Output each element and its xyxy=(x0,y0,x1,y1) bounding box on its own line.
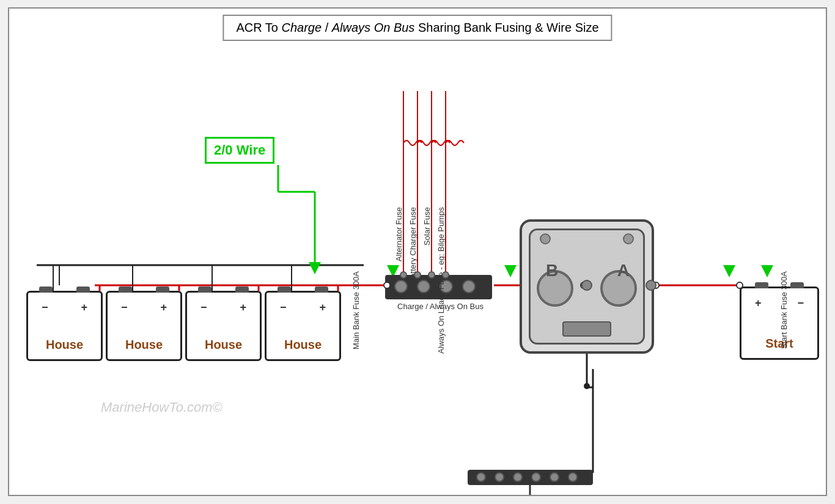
acr-combiner: B A xyxy=(520,219,654,354)
solar-fuse-label: Solar Fuse xyxy=(422,207,432,246)
negative-terminal xyxy=(119,287,132,293)
start-bank-fuse-label: Start Bank Fuse 300A xyxy=(779,271,789,349)
acr-label-b: B xyxy=(546,261,558,280)
svg-point-49 xyxy=(568,473,577,481)
alternator-fuse-label: Alternator Fuse xyxy=(394,207,403,261)
positive-terminal xyxy=(755,282,768,288)
wire-size-label: 2/0 Wire xyxy=(205,137,274,164)
negative-terminal xyxy=(198,287,212,293)
watermark: MarineHowTo.com© xyxy=(101,400,223,415)
battery-label-4: House xyxy=(267,338,339,352)
main-bank-fuse-label: Main Bank Fuse 300A xyxy=(351,271,361,349)
positive-terminal xyxy=(315,287,328,293)
bus-stud-1 xyxy=(394,280,408,293)
svg-point-45 xyxy=(495,473,504,481)
wiring-diagram xyxy=(9,9,826,495)
positive-terminal xyxy=(156,287,169,293)
svg-marker-19 xyxy=(504,265,517,277)
battery-label-2: House xyxy=(108,338,180,352)
svg-point-44 xyxy=(477,473,485,481)
negative-terminal xyxy=(278,287,291,293)
connector-dots xyxy=(9,9,826,495)
battery-charger-fuse-label: Battery Charger Fuse xyxy=(408,207,418,283)
house-battery-3: − + House xyxy=(185,291,262,361)
svg-rect-31 xyxy=(468,470,593,485)
positive-terminal xyxy=(76,287,90,293)
house-battery-2: − + House xyxy=(106,291,182,361)
svg-marker-21 xyxy=(761,265,773,277)
battery-label-3: House xyxy=(187,338,260,352)
bus-stud-2 xyxy=(417,280,430,293)
svg-point-28 xyxy=(584,383,590,389)
diagram-title: ACR To Charge / Always On Bus Sharing Ba… xyxy=(223,15,612,41)
negative-terminal xyxy=(790,282,804,288)
svg-point-46 xyxy=(513,473,522,481)
acr-inner: B A xyxy=(529,228,645,345)
svg-marker-17 xyxy=(309,262,321,274)
acr-knob-tr xyxy=(623,233,634,244)
house-battery-1: − + House xyxy=(26,291,103,361)
main-diagram: ACR To Charge / Always On Bus Sharing Ba… xyxy=(8,7,827,496)
battery-label-1: House xyxy=(28,338,101,352)
svg-point-47 xyxy=(532,473,540,481)
always-on-fuse-label: Always On Loads Fuse - eg: Bilge Pumps xyxy=(436,207,446,354)
bus-stud-4 xyxy=(462,280,476,293)
negative-terminal xyxy=(39,287,53,293)
house-battery-4: − + House xyxy=(265,291,341,361)
acr-bottom-connector xyxy=(562,321,611,337)
acr-knob-tl xyxy=(540,233,551,244)
svg-point-48 xyxy=(550,473,559,481)
acr-label-a: A xyxy=(617,261,630,280)
svg-marker-20 xyxy=(723,265,735,277)
positive-terminal xyxy=(235,287,249,293)
